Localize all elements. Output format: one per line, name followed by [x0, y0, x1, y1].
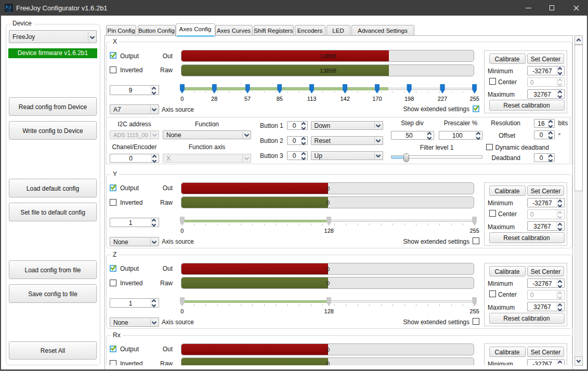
svg-text:cfg: cfg	[7, 9, 11, 12]
